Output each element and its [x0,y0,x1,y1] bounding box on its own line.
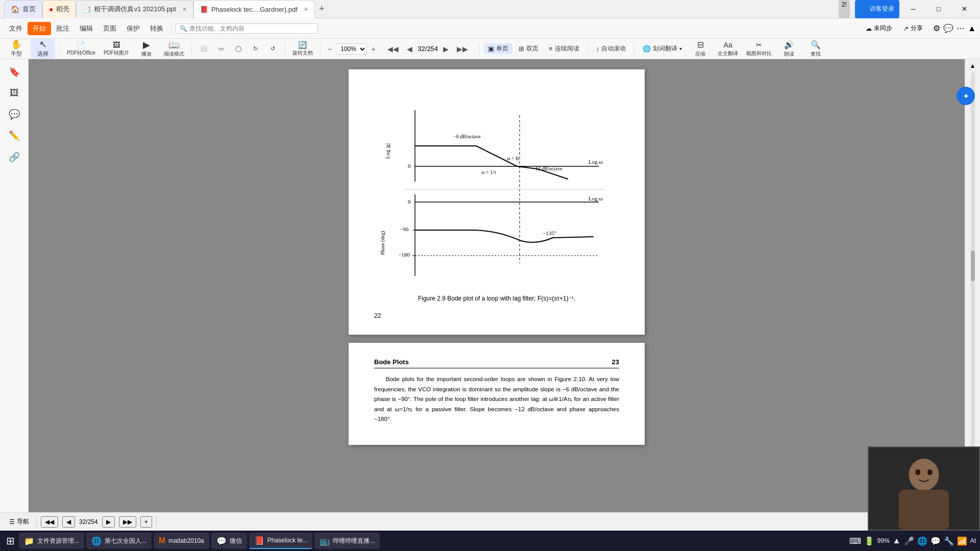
pen-button[interactable]: ✏️ [2,127,27,144]
minimize-button[interactable]: ─ [901,0,925,18]
zoom-in-button[interactable]: + [368,44,378,54]
menu-item-page[interactable]: 页面 [98,22,121,35]
select-tool-button[interactable]: ↖ 选择 [31,39,55,59]
bookmark-button[interactable]: 🔖 [2,63,27,81]
tab-ppt[interactable]: 📑 相干调调仿真v1 202105.ppt ✕ [76,0,193,18]
page-divider [29,335,965,343]
scroll-up-button[interactable]: ▲ [969,61,977,70]
prev-page-button[interactable]: ◀ [404,44,415,54]
float-icon: ✦ [963,91,969,101]
menu-item-edit[interactable]: 编辑 [75,22,98,35]
menu-item-protect[interactable]: 保护 [121,22,145,35]
visitor-label: 访客登录 [870,5,894,13]
find-button[interactable]: 🔍 查找 [803,39,828,59]
continuous-read-button[interactable]: ≡ 连续阅读 [545,43,583,54]
maximize-button[interactable]: □ [927,0,950,18]
sync-button[interactable]: ☁ 未同步 [862,23,896,34]
translatesel-label: 划词翻译 [653,44,677,53]
menu-item-file[interactable]: 文件 [4,22,28,35]
visitor-login-button[interactable]: 👤 访客登录 [855,0,899,18]
pdf-content-area[interactable]: Log |g| Log ω 0 −6 dB/octave ω = K ω = 1… [29,59,965,531]
menu-item-annotate[interactable]: 批注 [51,22,75,35]
tray-msg-icon[interactable]: 💬 [930,536,941,546]
share-button[interactable]: ↗ 分享 [899,23,927,34]
close-button[interactable]: ✕ [952,0,976,18]
bottom-prev-page[interactable]: ◀ [62,516,75,528]
taskbar-item-matlab[interactable]: M matlab2010a [154,533,209,549]
pdf-page-23: Bode Plots 23 Bode plots for the importa… [349,343,645,445]
view-icon-1[interactable]: ⬜ [196,44,211,53]
pdf-to-office-button[interactable]: 📄 PDF转Office [64,40,99,58]
search-input[interactable] [189,25,291,32]
thumbnail-button[interactable]: 🖼 [2,85,27,102]
rotate-right-icon[interactable]: ↻ [248,44,263,53]
read-mode-button[interactable]: 📖 阅读模式 [161,39,187,59]
tab-pdf[interactable]: 📕 Phaselock tec....Gardner).pdf ✕ [193,0,315,18]
screenshot-button[interactable]: ✂ 截图和对比 [743,40,775,58]
last-page-button[interactable]: ▶▶ [454,44,471,54]
taskbar-item-filemanager[interactable]: 📁 文件资源管理... [19,533,84,549]
tab-home[interactable]: 🏠 首页 [4,0,42,18]
next-page-button[interactable]: ▶ [440,44,452,54]
tab-daoke[interactable]: ● 稻壳 [42,0,76,18]
more-icon[interactable]: ⋯ [957,23,965,33]
rotate-doc-label: 旋转文档 [292,49,313,57]
comment-sidebar-button[interactable]: 💬 [2,106,27,123]
search-box[interactable]: 🔍 [175,23,318,34]
translate-sel-button[interactable]: 🌐 划词翻译 ▾ [639,43,686,54]
tray-mic-icon[interactable]: 🎤 [904,536,914,546]
single-page-label: 单页 [496,44,508,53]
rotate-left-icon[interactable]: ↺ [265,44,281,53]
menu-item-convert[interactable]: 转换 [145,22,168,35]
pdf-to-img-button[interactable]: 🖼 PDF转图片 [101,40,132,58]
collapse-icon[interactable]: ▲ [968,24,976,33]
tray-wifi-icon[interactable]: 📶 [957,536,967,546]
bottom-add-page[interactable]: + [140,516,152,528]
rotate-doc-button[interactable]: 🔄 旋转文档 [289,40,316,58]
compress-button[interactable]: ⊟ 压缩 [688,39,713,59]
play-label: 播放 [141,51,152,58]
website-icon: 🌐 [91,536,102,546]
svg-text:−135°: −135° [543,230,556,236]
bottom-first-page[interactable]: ◀◀ [41,516,58,528]
menu-item-start[interactable]: 开始 [28,22,51,35]
double-page-button[interactable]: ⊞ 双页 [514,43,543,54]
tray-settings-icon[interactable]: 🔧 [944,536,954,546]
auto-scroll-button[interactable]: ↕ 自动滚动 [592,43,630,54]
taskbar-item-website[interactable]: 🌐 第七次全国人... [86,533,152,549]
readaloud-icon: 🔊 [784,40,794,49]
bottom-next-page[interactable]: ▶ [102,516,115,528]
svg-text:Log ω: Log ω [589,195,603,202]
start-button[interactable]: ⊞ [4,533,17,549]
tray-browser-icon[interactable]: 🌐 [917,536,927,546]
bottom-last-page[interactable]: ▶▶ [119,516,136,528]
first-page-button[interactable]: ◀◀ [384,44,402,54]
tab-ppt-close[interactable]: ✕ [182,6,187,13]
single-page-button[interactable]: ▣ 单页 [484,43,512,54]
full-translate-button[interactable]: Aa 全文翻译 [715,40,741,58]
zoom-out-button[interactable]: − [325,44,335,54]
float-action-button[interactable]: ✦ [957,87,975,105]
view-icon-3[interactable]: ◯ [231,44,246,53]
tray-keyboard-icon[interactable]: ⌨ [849,536,861,546]
tray-arrow-icon[interactable]: ▲ [893,536,901,545]
taskbar-item-phaselock[interactable]: 📕 Phaselock te... [249,533,313,549]
readaloud-label: 朗读 [784,51,794,58]
zoom-select[interactable]: 100% 50% 75% 125% 150% [336,43,367,55]
section-title: Bode Plots [374,358,409,366]
scroll-thumb[interactable] [971,251,975,281]
sidebar-settings-button[interactable]: 🔗 [2,148,27,166]
tray-battery-icon[interactable]: 🔋 [864,536,874,546]
tab-pdf-close[interactable]: ✕ [304,6,308,13]
filemanager-label: 文件资源管理... [37,537,79,545]
settings-icon[interactable]: ⚙ [933,23,940,33]
hand-tool-button[interactable]: ✋ 手型 [4,39,29,59]
taskbar-item-bilibili[interactable]: 📺 哔哩哔哩直播... [314,533,380,549]
read-aloud-button[interactable]: 🔊 朗读 [777,39,801,59]
nav-toggle-button[interactable]: ☰ 导航 [6,516,32,527]
comment-icon[interactable]: 💬 [943,23,953,33]
view-icon-2[interactable]: ▭ [213,44,229,53]
new-tab-button[interactable]: + [315,4,329,14]
taskbar-item-wechat[interactable]: 💬 微信 [211,533,247,549]
play-button[interactable]: ▶ 播放 [134,39,159,59]
